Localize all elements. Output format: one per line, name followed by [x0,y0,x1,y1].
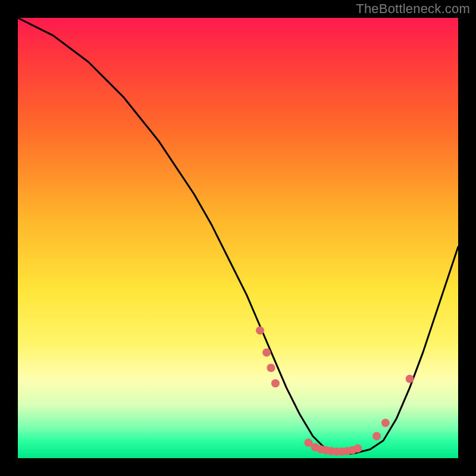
data-point [271,379,280,387]
data-point [267,364,275,372]
data-point [256,326,264,334]
plot-area [18,18,458,458]
data-point [262,348,271,356]
data-point [372,432,381,440]
curve-line [18,18,458,454]
watermark-text: TheBottleneck.com [356,1,470,17]
chart-frame: TheBottleneck.com [0,0,476,476]
data-point [381,419,390,427]
chart-svg [18,18,458,458]
data-point [406,375,414,383]
data-point [353,444,362,453]
